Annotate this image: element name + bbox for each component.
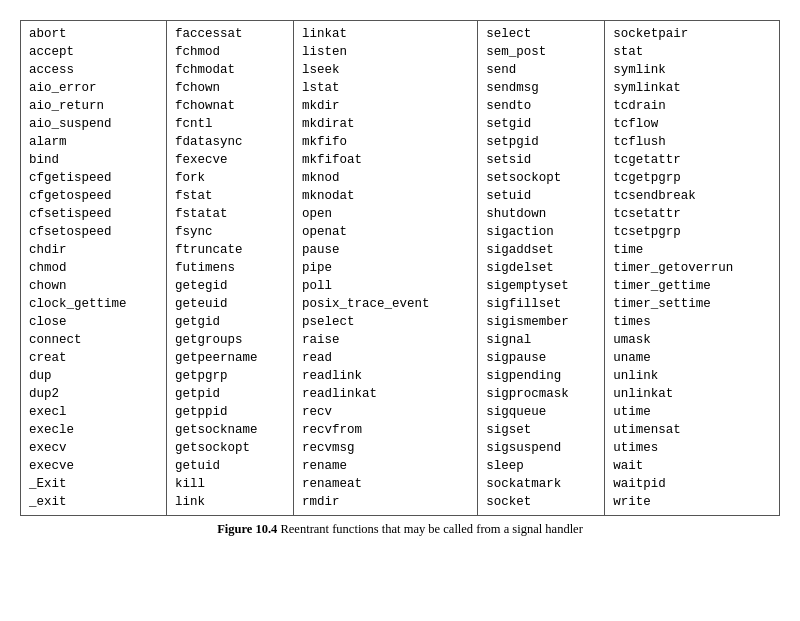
table-row: clock_gettimegeteuidposix_trace_eventsig… bbox=[21, 295, 779, 313]
table-cell: recvfrom bbox=[293, 421, 477, 439]
table-row: accessfchmodatlseeksendsymlink bbox=[21, 61, 779, 79]
table-cell: time bbox=[605, 241, 779, 259]
table-cell: setsockopt bbox=[478, 169, 605, 187]
table-cell: pipe bbox=[293, 259, 477, 277]
table-cell: alarm bbox=[21, 133, 166, 151]
page-container: abortfaccessatlinkatselectsocketpairacce… bbox=[20, 20, 780, 537]
table-row: _exitlinkrmdirsocketwrite bbox=[21, 493, 779, 515]
table-cell: uname bbox=[605, 349, 779, 367]
table-cell: faccessat bbox=[166, 21, 293, 43]
table-cell: lstat bbox=[293, 79, 477, 97]
table-cell: symlink bbox=[605, 61, 779, 79]
table-cell: ftruncate bbox=[166, 241, 293, 259]
table-cell: waitpid bbox=[605, 475, 779, 493]
table-cell: aio_return bbox=[21, 97, 166, 115]
table-cell: lseek bbox=[293, 61, 477, 79]
table-cell: read bbox=[293, 349, 477, 367]
table-cell: fchmodat bbox=[166, 61, 293, 79]
table-cell: open bbox=[293, 205, 477, 223]
caption-text: Reentrant functions that may be called f… bbox=[277, 522, 582, 536]
table-cell: tcflush bbox=[605, 133, 779, 151]
table-row: dupgetpgrpreadlinksigpendingunlink bbox=[21, 367, 779, 385]
table-cell: write bbox=[605, 493, 779, 515]
table-cell: bind bbox=[21, 151, 166, 169]
table-cell: pselect bbox=[293, 313, 477, 331]
table-cell: sigpause bbox=[478, 349, 605, 367]
table-row: chowngetegidpollsigemptysettimer_gettime bbox=[21, 277, 779, 295]
table-cell: execle bbox=[21, 421, 166, 439]
table-cell: fstatat bbox=[166, 205, 293, 223]
table-cell: symlinkat bbox=[605, 79, 779, 97]
table-row: aio_suspendfcntlmkdiratsetgidtcflow bbox=[21, 115, 779, 133]
table-cell: dup2 bbox=[21, 385, 166, 403]
table-cell: mkfifoat bbox=[293, 151, 477, 169]
table-row: acceptfchmodlistensem_poststat bbox=[21, 43, 779, 61]
table-cell: fdatasync bbox=[166, 133, 293, 151]
table-cell: clock_gettime bbox=[21, 295, 166, 313]
table-cell: umask bbox=[605, 331, 779, 349]
table-cell: execv bbox=[21, 439, 166, 457]
table-cell: send bbox=[478, 61, 605, 79]
table-cell: sockatmark bbox=[478, 475, 605, 493]
table-cell: stat bbox=[605, 43, 779, 61]
table-cell: mkdir bbox=[293, 97, 477, 115]
table-cell: sigaddset bbox=[478, 241, 605, 259]
table-cell: rename bbox=[293, 457, 477, 475]
table-cell: timer_settime bbox=[605, 295, 779, 313]
table-cell: rmdir bbox=[293, 493, 477, 515]
table-cell: getuid bbox=[166, 457, 293, 475]
table-row: execvegetuidrenamesleepwait bbox=[21, 457, 779, 475]
table-cell: sendto bbox=[478, 97, 605, 115]
table-cell: mkfifo bbox=[293, 133, 477, 151]
table-cell: unlinkat bbox=[605, 385, 779, 403]
table-cell: wait bbox=[605, 457, 779, 475]
table-cell: linkat bbox=[293, 21, 477, 43]
table-cell: _Exit bbox=[21, 475, 166, 493]
table-cell: setgid bbox=[478, 115, 605, 133]
table-cell: sigemptyset bbox=[478, 277, 605, 295]
table-row: cfgetospeedfstatmknodatsetuidtcsendbreak bbox=[21, 187, 779, 205]
table-cell: sleep bbox=[478, 457, 605, 475]
table-cell: posix_trace_event bbox=[293, 295, 477, 313]
table-cell: listen bbox=[293, 43, 477, 61]
table-row: abortfaccessatlinkatselectsocketpair bbox=[21, 21, 779, 43]
table-cell: accept bbox=[21, 43, 166, 61]
table-row: cfgetispeedforkmknodsetsockopttcgetpgrp bbox=[21, 169, 779, 187]
table-cell: openat bbox=[293, 223, 477, 241]
table-cell: shutdown bbox=[478, 205, 605, 223]
table-cell: getsockname bbox=[166, 421, 293, 439]
table-cell: setuid bbox=[478, 187, 605, 205]
table-cell: sem_post bbox=[478, 43, 605, 61]
table-cell: recv bbox=[293, 403, 477, 421]
table-cell: times bbox=[605, 313, 779, 331]
table-cell: unlink bbox=[605, 367, 779, 385]
table-cell: utimensat bbox=[605, 421, 779, 439]
table-cell: getpid bbox=[166, 385, 293, 403]
figure-label: Figure 10.4 bbox=[217, 522, 277, 536]
table-row: connectgetgroupsraisesignalumask bbox=[21, 331, 779, 349]
table-row: execvgetsockoptrecvmsgsigsuspendutimes bbox=[21, 439, 779, 457]
table-cell: geteuid bbox=[166, 295, 293, 313]
table-cell: chown bbox=[21, 277, 166, 295]
table-cell: getgroups bbox=[166, 331, 293, 349]
table-cell: tcdrain bbox=[605, 97, 779, 115]
table-cell: renameat bbox=[293, 475, 477, 493]
table-row: creatgetpeernamereadsigpauseuname bbox=[21, 349, 779, 367]
table-cell: sigsuspend bbox=[478, 439, 605, 457]
table-row: dup2getpidreadlinkatsigprocmaskunlinkat bbox=[21, 385, 779, 403]
table-cell: tcgetattr bbox=[605, 151, 779, 169]
table-cell: sendmsg bbox=[478, 79, 605, 97]
table-cell: sigfillset bbox=[478, 295, 605, 313]
table-cell: abort bbox=[21, 21, 166, 43]
table-cell: tcsetattr bbox=[605, 205, 779, 223]
table-cell: mkdirat bbox=[293, 115, 477, 133]
table-cell: utime bbox=[605, 403, 779, 421]
table-row: aio_errorfchownlstatsendmsgsymlinkat bbox=[21, 79, 779, 97]
function-table: abortfaccessatlinkatselectsocketpairacce… bbox=[21, 21, 779, 515]
table-cell: getpeername bbox=[166, 349, 293, 367]
table-cell: fsync bbox=[166, 223, 293, 241]
table-cell: _exit bbox=[21, 493, 166, 515]
table-cell: execl bbox=[21, 403, 166, 421]
table-row: bindfexecvemkfifoatsetsidtcgetattr bbox=[21, 151, 779, 169]
table-cell: mknod bbox=[293, 169, 477, 187]
